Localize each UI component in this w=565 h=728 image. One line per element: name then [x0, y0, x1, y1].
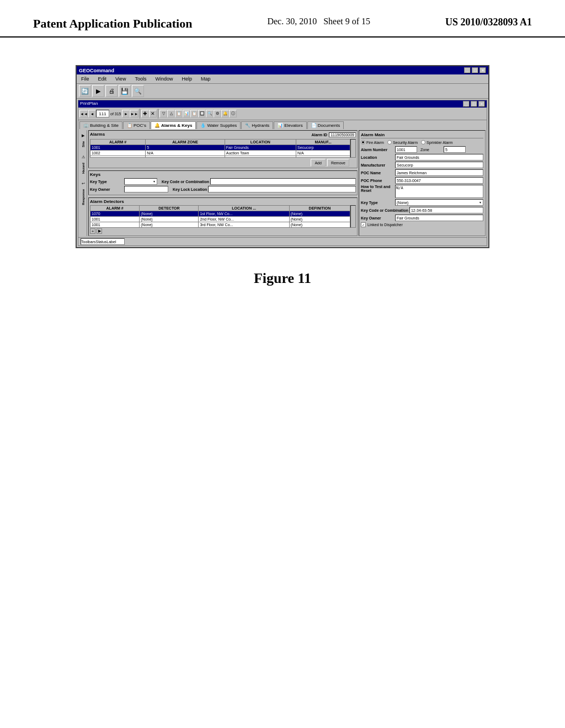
nav-add-btn[interactable]: ✚ — [141, 110, 149, 117]
alarm-number-input[interactable] — [395, 146, 417, 153]
tab-alarms-keys[interactable]: 🔔 Alarms & Keys — [151, 121, 196, 129]
manufacturer-input[interactable] — [395, 162, 483, 168]
nav-last-btn[interactable]: ►► — [130, 110, 138, 117]
nav-icon-3[interactable]: 📋 — [175, 110, 183, 117]
poc-name-input[interactable] — [395, 169, 483, 176]
tab-documents[interactable]: 📄 Documents — [307, 121, 344, 129]
alarm-add-button[interactable]: Add — [311, 159, 325, 167]
nav-icon-7[interactable]: 🔍 — [206, 110, 214, 117]
sidebar-response-icon[interactable]: ↩ — [80, 180, 87, 187]
det-col-definition: DEFINITION — [289, 206, 350, 211]
nav-first-btn[interactable]: ◄◄ — [79, 110, 88, 117]
alarm-row1-manuf: Secucorp — [296, 145, 350, 151]
tab-bar: 🏢 Building & Site 📋 POC's 🔔 Alarms & Key… — [78, 120, 487, 129]
sub-maximize-btn[interactable]: □ — [471, 101, 477, 107]
nav-separator-1 — [140, 109, 140, 119]
menu-file[interactable]: File — [79, 76, 92, 82]
app-minimize-btn[interactable]: _ — [464, 67, 471, 73]
key-type-dropdown[interactable]: ▼ — [124, 178, 157, 185]
nav-icon-5[interactable]: 📋 — [190, 110, 198, 117]
nav-icon-8[interactable]: ⚙ — [214, 110, 221, 117]
nav-next-btn[interactable]: ► — [122, 110, 130, 117]
nav-icon-10[interactable]: ⓘ — [229, 110, 237, 117]
tab-water-icon: 💧 — [200, 123, 206, 128]
key-lock-input[interactable] — [208, 186, 356, 192]
tab-alarms-keys-label: Alarms & Keys — [161, 123, 192, 128]
sidebar-hazard-icon[interactable]: ⚠ — [80, 154, 87, 160]
right-key-owner-input[interactable] — [395, 215, 483, 221]
poc-phone-row: POC Phone — [361, 177, 483, 184]
app-maximize-btn[interactable]: □ — [472, 67, 478, 73]
right-panel: Alarm Main Fire Alarm Security Alarm — [359, 130, 486, 236]
fire-alarm-radio[interactable]: Fire Alarm — [361, 140, 384, 144]
detectors-title: Alarm Detectors — [90, 199, 356, 204]
alarm-row-2[interactable]: 1002 N/A Auction Town N/A — [90, 151, 350, 156]
toolbar-btn-4[interactable]: 💾 — [119, 85, 131, 97]
alarms-header: Alarms Alarm ID 11190500009 — [90, 132, 356, 138]
nav-total-records: of 315 — [110, 112, 121, 116]
alarm-row-1[interactable]: 1001 5 Fair Grounds Secucorp — [90, 145, 350, 151]
app-close-btn[interactable]: × — [479, 67, 486, 73]
toolbar-btn-1[interactable]: 🔄 — [79, 85, 91, 97]
location-input[interactable] — [395, 154, 483, 160]
tab-hydrants[interactable]: 🔧 Hydrants — [241, 121, 273, 129]
detector-nav-icon[interactable]: ▶ — [97, 228, 102, 234]
nav-icon-4[interactable]: 📊 — [183, 110, 190, 117]
nav-prev-btn[interactable]: ◄ — [88, 110, 96, 117]
sub-minimize-btn[interactable]: _ — [463, 101, 470, 107]
how-to-test-input[interactable]: N/A — [395, 185, 483, 198]
toolbar-btn-2[interactable]: ▶ — [92, 85, 104, 97]
detectors-scrollbar[interactable] — [350, 205, 356, 228]
detector-row-2[interactable]: 1001 (None) 2nd Floor, NW Co... (None) — [90, 217, 350, 222]
alarm-row1-zone: 5 — [146, 145, 225, 151]
app-win-controls: _ □ × — [464, 67, 486, 73]
sub-close-btn[interactable]: × — [478, 101, 485, 107]
status-input[interactable] — [81, 238, 125, 245]
tab-pocs[interactable]: 📋 POC's — [123, 121, 150, 129]
nav-icon-2[interactable]: △ — [167, 110, 175, 117]
sidebar-site-icon[interactable]: ▶ — [80, 132, 87, 139]
alarms-scrollbar[interactable] — [350, 139, 356, 158]
poc-phone-input[interactable] — [395, 177, 483, 184]
tab-documents-label: Documents — [318, 123, 340, 128]
zone-input[interactable] — [444, 146, 466, 153]
key-code-input[interactable] — [210, 178, 356, 185]
det-col-location: LOCATION ... — [199, 206, 289, 211]
right-key-code-input[interactable] — [409, 207, 483, 213]
how-to-test-label: How to Test and Reset — [361, 185, 394, 192]
patent-number: US 2010/0328093 A1 — [445, 17, 532, 28]
detector-row-3[interactable]: 1001 (None) 3rd Floor, NW Co... (None) — [90, 222, 350, 228]
key-type-arrow-icon: ▼ — [153, 180, 156, 183]
security-alarm-radio[interactable]: Security Alarm — [387, 140, 418, 144]
tab-elevators[interactable]: 📊 Elevators — [274, 121, 306, 129]
alarm-row2-num: 1002 — [90, 151, 146, 156]
nav-icon-1[interactable]: ▽ — [159, 110, 167, 117]
figure-caption: Figure 11 — [254, 270, 311, 287]
nav-delete-btn[interactable]: ✕ — [149, 110, 157, 117]
right-key-type-label: Key Type — [361, 201, 394, 205]
right-key-type-dropdown[interactable]: (None) ▼ — [395, 199, 483, 206]
menu-help[interactable]: Help — [179, 76, 194, 82]
key-owner-input[interactable] — [124, 186, 168, 192]
nav-icon-6[interactable]: 🔲 — [198, 110, 206, 117]
detector-row-1[interactable]: 1070 (None) 1st Floor, NW Co... (None) — [90, 211, 350, 217]
zone-label: Zone — [420, 148, 443, 152]
detector-add-icon[interactable]: + — [90, 228, 95, 234]
menu-edit[interactable]: Edit — [96, 76, 109, 82]
menu-window[interactable]: Window — [153, 76, 175, 82]
alarm-number-row: Alarm Number Zone — [361, 146, 483, 153]
right-key-type-row: Key Type (None) ▼ — [361, 199, 483, 206]
linked-dispatcher-checkbox[interactable]: ✓ — [361, 222, 366, 227]
menu-view[interactable]: View — [113, 76, 128, 82]
toolbar-btn-3[interactable]: 🖨 — [105, 85, 118, 97]
nav-current-record[interactable] — [96, 110, 109, 117]
tab-water-supplies[interactable]: 💧 Water Supplies — [196, 121, 241, 129]
alarm-row-empty[interactable] — [90, 156, 350, 158]
tab-building-site[interactable]: 🏢 Building & Site — [79, 121, 122, 129]
sprinkler-alarm-radio[interactable]: Sprinkler Alarm — [421, 140, 452, 144]
menu-map[interactable]: Map — [199, 76, 213, 82]
menu-tools[interactable]: Tools — [132, 76, 148, 82]
nav-icon-9[interactable]: 🔔 — [221, 110, 229, 117]
alarm-remove-button[interactable]: Remove — [327, 159, 349, 167]
toolbar-btn-5[interactable]: 🔍 — [132, 85, 144, 97]
